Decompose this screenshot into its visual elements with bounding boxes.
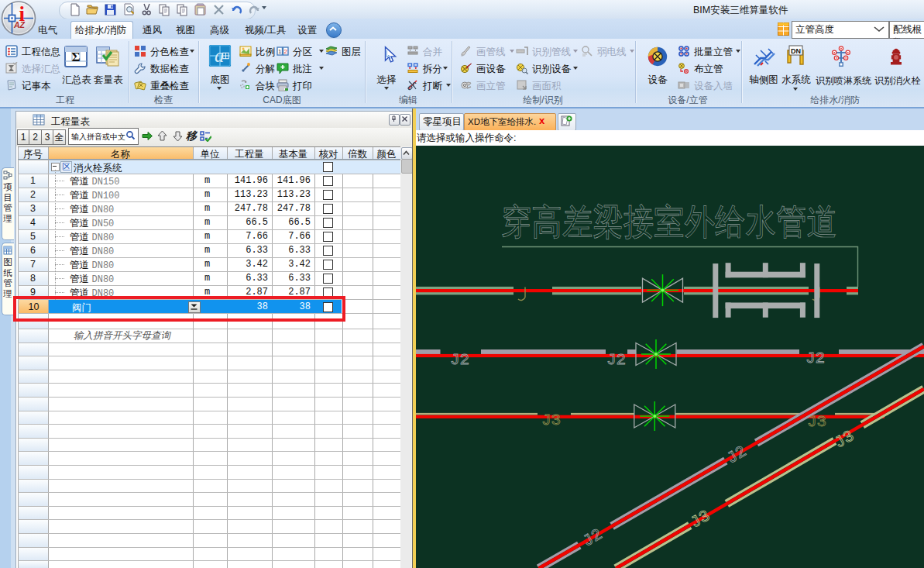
svg-text:1: 1 (278, 48, 282, 55)
svg-text:J3: J3 (807, 412, 826, 430)
svg-text:2: 2 (284, 48, 288, 55)
svg-text:DN: DN (791, 47, 801, 55)
svg-text:AZ: AZ (13, 20, 26, 29)
svg-text:J2: J2 (606, 350, 626, 368)
svg-text:J2: J2 (805, 349, 825, 367)
svg-text:J3: J3 (541, 411, 561, 429)
svg-text:Σ: Σ (71, 50, 80, 64)
svg-text:J2: J2 (450, 350, 469, 368)
svg-text:穿高差梁接室外给水管道: 穿高差梁接室外给水管道 (501, 201, 837, 241)
